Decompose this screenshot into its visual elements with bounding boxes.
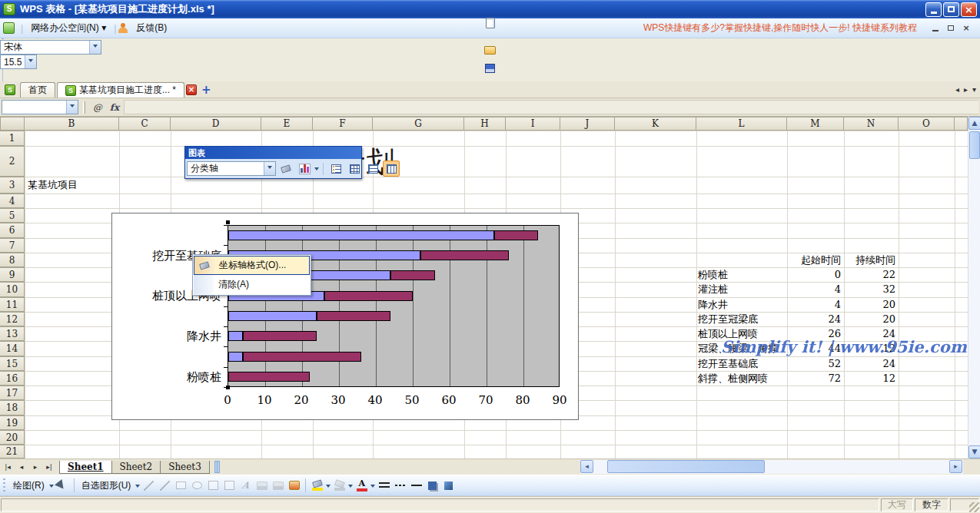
tab-split-handle[interactable] <box>214 461 220 473</box>
autoshapes-dropdown[interactable] <box>135 485 140 490</box>
row-header-14[interactable]: 14 <box>0 341 25 356</box>
axis-selection-handle[interactable] <box>226 220 230 224</box>
chart-toolbar-title[interactable]: 图表 <box>185 147 361 159</box>
column-header-G[interactable]: G <box>373 117 464 131</box>
sheet-tab-Sheet2[interactable]: Sheet2 <box>111 461 161 474</box>
draw-dropdown[interactable] <box>49 485 54 490</box>
insert-picture-button[interactable] <box>254 478 269 493</box>
column-header-K[interactable]: K <box>615 117 696 131</box>
by-row-button[interactable] <box>364 161 381 177</box>
name-box[interactable] <box>2 100 78 114</box>
row-header-1[interactable]: 1 <box>0 131 25 146</box>
row-header-5[interactable]: 5 <box>0 208 25 223</box>
text-box-button[interactable] <box>206 478 221 493</box>
select-objects-button[interactable] <box>55 478 70 493</box>
value-axis-label[interactable]: 10 <box>246 393 283 407</box>
bar-duration-segment[interactable] <box>494 230 539 240</box>
row-header-16[interactable]: 16 <box>0 371 25 386</box>
category-axis-label[interactable]: 降水井 <box>112 329 221 344</box>
row-header-21[interactable]: 21 <box>0 445 25 458</box>
row-header-10[interactable]: 10 <box>0 282 25 297</box>
value-axis-label[interactable]: 40 <box>357 393 394 407</box>
column-header-F[interactable]: F <box>313 117 373 131</box>
shape-font-color-button[interactable]: A <box>354 478 369 493</box>
sheet-tab-Sheet3[interactable]: Sheet3 <box>160 461 210 474</box>
row-header-11[interactable]: 11 <box>0 297 25 312</box>
value-axis-label[interactable]: 70 <box>467 393 504 407</box>
axis-selection-handle[interactable] <box>226 386 230 389</box>
insert-function-fx-button[interactable]: fx <box>107 101 122 114</box>
column-header-I[interactable]: I <box>506 117 560 131</box>
horizontal-scrollbar[interactable]: ◂ ▸ <box>580 460 963 474</box>
column-header-D[interactable]: D <box>171 117 261 131</box>
line-color-button[interactable] <box>332 478 347 493</box>
column-header-B[interactable]: B <box>25 117 119 131</box>
row-header-17[interactable]: 17 <box>0 386 25 400</box>
toolbar-grip[interactable] <box>3 478 5 492</box>
line-style-button[interactable] <box>377 478 391 493</box>
tab-home[interactable]: 首页 <box>20 82 55 98</box>
column-header-N[interactable]: N <box>844 117 899 131</box>
new-document-button[interactable] <box>0 14 980 32</box>
bar-duration-segment[interactable] <box>243 331 317 341</box>
format-selected-button[interactable] <box>277 161 294 177</box>
vertical-scroll-thumb[interactable] <box>969 131 980 159</box>
shape-fill-dropdown[interactable] <box>326 485 331 490</box>
tab-document[interactable]: S 某基坑项目施工进度... * <box>57 82 184 98</box>
column-header-E[interactable]: E <box>261 117 313 131</box>
insert-object-button[interactable] <box>287 478 301 493</box>
line-color-dropdown[interactable] <box>348 485 353 490</box>
menu-item-clear[interactable]: 清除(A) <box>194 275 310 294</box>
vertical-scrollbar[interactable]: ▲ ▼ <box>968 117 980 458</box>
chart-object-dropdown[interactable] <box>264 162 275 175</box>
by-column-button[interactable] <box>383 161 400 177</box>
wordart-button[interactable]: A <box>238 478 253 493</box>
arrow-button[interactable] <box>158 478 172 493</box>
resize-grip[interactable] <box>969 502 979 512</box>
bar-duration-segment[interactable] <box>390 270 435 280</box>
threed-style-button[interactable] <box>441 478 456 493</box>
arrow-style-button[interactable] <box>409 478 424 493</box>
row-header-4[interactable]: 4 <box>0 194 25 208</box>
sheet-tab-Sheet1[interactable]: Sheet1 <box>59 461 112 474</box>
last-sheet-button[interactable]: ▸| <box>43 461 55 473</box>
next-sheet-button[interactable]: ▸ <box>29 461 42 473</box>
value-axis-label[interactable]: 60 <box>430 393 467 407</box>
shadow-style-button[interactable] <box>425 478 440 493</box>
tab-list-dropdown[interactable]: ▾ <box>970 84 978 95</box>
prev-sheet-button[interactable]: ◂ <box>15 461 28 473</box>
row-header-7[interactable]: 7 <box>0 238 25 253</box>
column-header-J[interactable]: J <box>560 117 615 131</box>
tab-scroll-left[interactable]: ◂ <box>953 84 962 95</box>
tab-scroll-right[interactable]: ▸ <box>962 84 970 95</box>
legend-toggle-button[interactable] <box>327 161 344 177</box>
gantt-chart-object[interactable]: 挖开至基础底桩顶以上网喷降水井粉喷桩0102030405060708090 <box>111 213 579 420</box>
value-axis-label[interactable]: 80 <box>504 393 541 407</box>
scroll-down-button[interactable]: ▼ <box>968 445 980 458</box>
column-header-H[interactable]: H <box>464 117 506 131</box>
value-axis-label[interactable]: 50 <box>394 393 430 407</box>
scroll-right-button[interactable]: ▸ <box>949 460 962 473</box>
open-button[interactable] <box>0 41 980 59</box>
chart-type-dropdown[interactable] <box>314 167 319 173</box>
close-document-tab-button[interactable]: × <box>186 84 197 95</box>
vertical-text-box-button[interactable] <box>222 478 237 493</box>
scroll-up-button[interactable]: ▲ <box>968 117 980 130</box>
draw-menu-button[interactable]: 绘图(R) <box>10 478 48 494</box>
row-header-8[interactable]: 8 <box>0 253 25 267</box>
row-header-18[interactable]: 18 <box>0 400 25 415</box>
row-header-9[interactable]: 9 <box>0 267 25 282</box>
row-header-3[interactable]: 3 <box>0 177 25 194</box>
scroll-left-button[interactable]: ◂ <box>580 460 593 473</box>
shape-fill-button[interactable] <box>310 478 324 493</box>
bar-start-segment[interactable] <box>228 352 243 362</box>
column-header-C[interactable]: C <box>119 117 171 131</box>
value-axis-label[interactable]: 30 <box>320 393 357 407</box>
row-header-2[interactable]: 2 <box>0 146 25 177</box>
dash-style-button[interactable] <box>393 478 407 493</box>
value-axis-label[interactable]: 90 <box>541 393 578 407</box>
row-header-15[interactable]: 15 <box>0 356 25 371</box>
new-document-tab-button[interactable]: + <box>198 84 214 96</box>
bar-start-segment[interactable] <box>228 311 317 321</box>
oval-button[interactable] <box>190 478 204 493</box>
